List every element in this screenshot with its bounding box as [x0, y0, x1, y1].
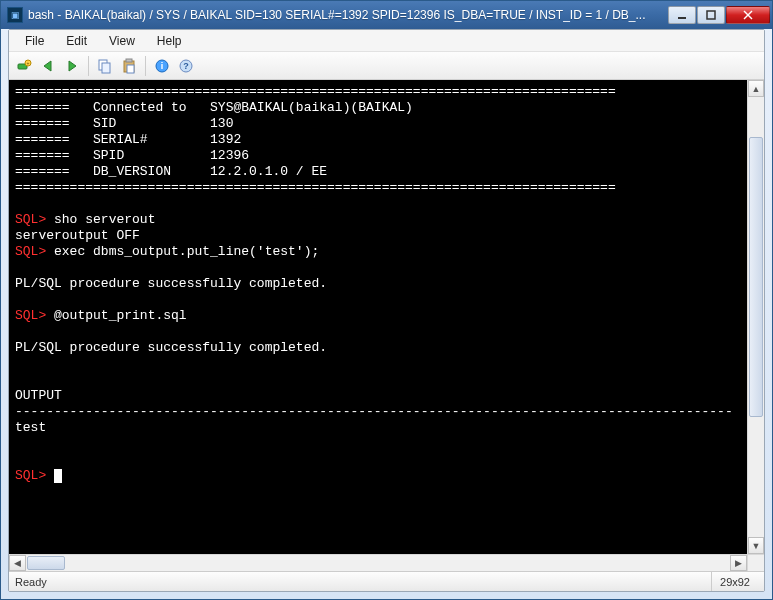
cmd-sho-serverout: sho serverout: [46, 212, 155, 227]
connected-line: ======= Connected to SYS@BAIKAL(baikal)(…: [15, 100, 413, 115]
minimize-icon: [677, 10, 687, 20]
svg-text:+: +: [27, 60, 30, 66]
svg-rect-0: [678, 17, 686, 19]
plsql-success: PL/SQL procedure successfully completed.: [15, 276, 327, 291]
svg-rect-13: [127, 65, 134, 73]
status-ready: Ready: [15, 576, 47, 588]
horizontal-scrollbar[interactable]: ◀ ▶: [9, 554, 747, 571]
output-dashline: ----------------------------------------…: [15, 404, 733, 419]
window-title: bash - BAIKAL(baikal) / SYS / BAIKAL SID…: [28, 8, 667, 22]
output-value: test: [15, 420, 46, 435]
cmd-exec-putline: exec dbms_output.put_line('test');: [46, 244, 319, 259]
svg-marker-8: [69, 61, 76, 71]
rule-line: ========================================…: [15, 180, 616, 195]
output-header: OUTPUT: [15, 388, 62, 403]
titlebar[interactable]: ▣ bash - BAIKAL(baikal) / SYS / BAIKAL S…: [1, 1, 772, 29]
scroll-thumb[interactable]: [27, 556, 65, 570]
rule-line: ========================================…: [15, 84, 616, 99]
sql-prompt: SQL>: [15, 468, 46, 483]
arrow-right-icon: [65, 59, 79, 73]
info-icon: i: [154, 58, 170, 74]
dbversion-line: ======= DB_VERSION 12.2.0.1.0 / EE: [15, 164, 327, 179]
help-icon: ?: [178, 58, 194, 74]
terminal[interactable]: ========================================…: [9, 80, 747, 554]
client-area: File Edit View Help + i: [8, 29, 765, 592]
sql-prompt: SQL>: [15, 308, 46, 323]
next-button[interactable]: [61, 55, 83, 77]
close-icon: [743, 10, 753, 20]
output-serverout: serveroutput OFF: [15, 228, 140, 243]
scroll-track[interactable]: [748, 97, 764, 537]
svg-text:?: ?: [183, 61, 189, 71]
help-button[interactable]: ?: [175, 55, 197, 77]
maximize-icon: [706, 10, 716, 20]
close-button[interactable]: [726, 6, 770, 24]
app-icon: ▣: [7, 7, 23, 23]
statusbar: Ready 29x92: [9, 571, 764, 591]
toolbar-separator: [88, 56, 89, 76]
toolbar: + i ?: [9, 52, 764, 80]
menu-file[interactable]: File: [15, 32, 54, 50]
menu-edit[interactable]: Edit: [56, 32, 97, 50]
serial-line: ======= SERIAL# 1392: [15, 132, 241, 147]
cursor: [54, 469, 62, 483]
copy-button[interactable]: [94, 55, 116, 77]
svg-marker-7: [44, 61, 51, 71]
scroll-corner: [747, 554, 764, 571]
svg-rect-1: [707, 11, 715, 19]
paste-icon: [121, 58, 137, 74]
sql-prompt: SQL>: [15, 212, 46, 227]
svg-rect-12: [126, 59, 132, 62]
svg-text:i: i: [161, 61, 164, 71]
maximize-button[interactable]: [697, 6, 725, 24]
svg-rect-10: [102, 63, 110, 73]
menubar: File Edit View Help: [9, 30, 764, 52]
spid-line: ======= SPID 12396: [15, 148, 249, 163]
info-button[interactable]: i: [151, 55, 173, 77]
vertical-scrollbar[interactable]: ▲ ▼: [747, 80, 764, 554]
new-connection-button[interactable]: +: [13, 55, 35, 77]
scroll-down-button[interactable]: ▼: [748, 537, 764, 554]
minimize-button[interactable]: [668, 6, 696, 24]
menu-view[interactable]: View: [99, 32, 145, 50]
sql-prompt: SQL>: [15, 244, 46, 259]
copy-icon: [97, 58, 113, 74]
terminal-container: ========================================…: [9, 80, 764, 571]
arrow-left-icon: [41, 59, 55, 73]
scroll-left-button[interactable]: ◀: [9, 555, 26, 571]
sid-line: ======= SID 130: [15, 116, 233, 131]
status-dimensions: 29x92: [711, 572, 758, 591]
plug-add-icon: +: [16, 58, 32, 74]
toolbar-separator: [145, 56, 146, 76]
paste-button[interactable]: [118, 55, 140, 77]
cmd-output-print: @output_print.sql: [46, 308, 186, 323]
scroll-thumb[interactable]: [749, 137, 763, 417]
prev-button[interactable]: [37, 55, 59, 77]
scroll-right-button[interactable]: ▶: [730, 555, 747, 571]
menu-help[interactable]: Help: [147, 32, 192, 50]
plsql-success: PL/SQL procedure successfully completed.: [15, 340, 327, 355]
scroll-up-button[interactable]: ▲: [748, 80, 764, 97]
app-window: ▣ bash - BAIKAL(baikal) / SYS / BAIKAL S…: [0, 0, 773, 600]
